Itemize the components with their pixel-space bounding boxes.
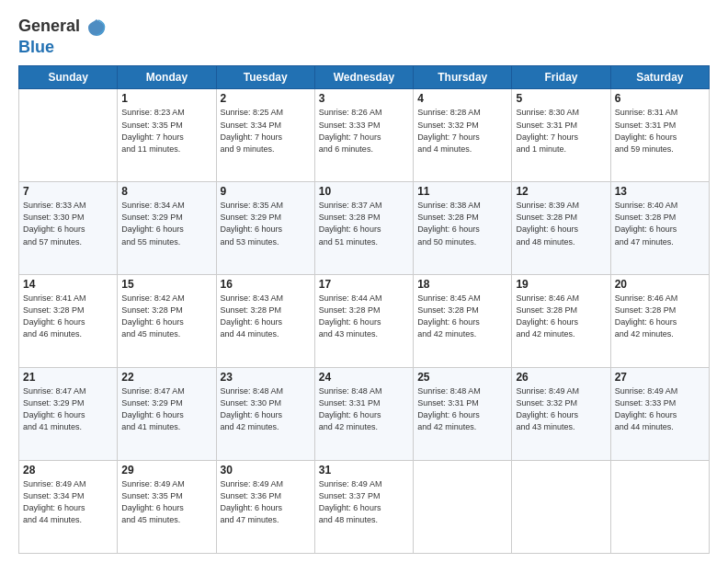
day-number: 4 — [417, 92, 507, 105]
day-number: 5 — [516, 92, 606, 105]
col-sunday: Sunday — [19, 66, 118, 89]
calendar-cell: 10Sunrise: 8:37 AMSunset: 3:28 PMDayligh… — [314, 182, 413, 275]
day-number: 3 — [319, 92, 409, 105]
calendar-cell: 11Sunrise: 8:38 AMSunset: 3:28 PMDayligh… — [414, 182, 512, 275]
day-number: 15 — [121, 278, 211, 291]
day-info: Sunrise: 8:26 AMSunset: 3:33 PMDaylight:… — [319, 107, 409, 155]
day-info: Sunrise: 8:44 AMSunset: 3:28 PMDaylight:… — [319, 293, 409, 340]
calendar-cell — [610, 461, 709, 554]
calendar-cell — [414, 461, 512, 554]
day-number: 8 — [121, 185, 211, 198]
day-info: Sunrise: 8:49 AMSunset: 3:35 PMDaylight:… — [121, 478, 211, 526]
day-info: Sunrise: 8:48 AMSunset: 3:31 PMDaylight:… — [417, 385, 507, 433]
calendar-cell: 14Sunrise: 8:41 AMSunset: 3:28 PMDayligh… — [19, 275, 118, 368]
day-info: Sunrise: 8:37 AMSunset: 3:28 PMDaylight:… — [319, 200, 409, 247]
day-number: 6 — [615, 92, 705, 105]
calendar-cell: 1Sunrise: 8:23 AMSunset: 3:35 PMDaylight… — [118, 89, 216, 182]
day-info: Sunrise: 8:40 AMSunset: 3:28 PMDaylight:… — [615, 200, 705, 247]
day-number: 22 — [121, 371, 211, 384]
calendar-cell: 6Sunrise: 8:31 AMSunset: 3:31 PMDaylight… — [610, 89, 709, 182]
calendar-week-row: 1Sunrise: 8:23 AMSunset: 3:35 PMDaylight… — [19, 89, 710, 182]
col-friday: Friday — [512, 66, 610, 89]
calendar-cell: 18Sunrise: 8:45 AMSunset: 3:28 PMDayligh… — [414, 275, 512, 368]
day-number: 23 — [221, 371, 311, 384]
day-info: Sunrise: 8:23 AMSunset: 3:35 PMDaylight:… — [121, 107, 211, 155]
calendar-cell: 30Sunrise: 8:49 AMSunset: 3:36 PMDayligh… — [216, 461, 314, 554]
calendar-cell: 5Sunrise: 8:30 AMSunset: 3:31 PMDaylight… — [512, 89, 610, 182]
day-info: Sunrise: 8:42 AMSunset: 3:28 PMDaylight:… — [121, 293, 211, 340]
calendar-cell: 25Sunrise: 8:48 AMSunset: 3:31 PMDayligh… — [414, 368, 512, 461]
day-number: 20 — [615, 278, 705, 291]
calendar-cell: 31Sunrise: 8:49 AMSunset: 3:37 PMDayligh… — [314, 461, 413, 554]
day-number: 14 — [23, 278, 113, 291]
day-number: 25 — [417, 371, 507, 384]
page: General Blue Sunday Monday Tuesday Wedne… — [0, 0, 728, 563]
day-number: 18 — [417, 278, 507, 291]
day-info: Sunrise: 8:45 AMSunset: 3:28 PMDaylight:… — [417, 293, 507, 340]
day-number: 9 — [221, 185, 311, 198]
day-info: Sunrise: 8:41 AMSunset: 3:28 PMDaylight:… — [23, 293, 113, 340]
calendar-cell: 12Sunrise: 8:39 AMSunset: 3:28 PMDayligh… — [512, 182, 610, 275]
day-number: 1 — [121, 92, 211, 105]
calendar-cell: 7Sunrise: 8:33 AMSunset: 3:30 PMDaylight… — [19, 182, 118, 275]
day-number: 16 — [221, 278, 311, 291]
header: General Blue — [18, 17, 710, 56]
calendar-cell: 9Sunrise: 8:35 AMSunset: 3:29 PMDaylight… — [216, 182, 314, 275]
col-wednesday: Wednesday — [314, 66, 413, 89]
day-number: 28 — [23, 464, 113, 477]
calendar-week-row: 7Sunrise: 8:33 AMSunset: 3:30 PMDaylight… — [19, 182, 710, 275]
day-info: Sunrise: 8:28 AMSunset: 3:32 PMDaylight:… — [417, 107, 507, 155]
day-number: 19 — [516, 278, 606, 291]
day-number: 30 — [221, 464, 311, 477]
day-number: 13 — [615, 185, 705, 198]
day-number: 12 — [516, 185, 606, 198]
calendar-cell: 3Sunrise: 8:26 AMSunset: 3:33 PMDaylight… — [314, 89, 413, 182]
calendar-cell: 29Sunrise: 8:49 AMSunset: 3:35 PMDayligh… — [118, 461, 216, 554]
logo-general: General — [18, 17, 80, 35]
day-number: 29 — [121, 464, 211, 477]
logo-wordmark: General Blue — [18, 17, 107, 56]
calendar-cell: 20Sunrise: 8:46 AMSunset: 3:28 PMDayligh… — [610, 275, 709, 368]
day-info: Sunrise: 8:47 AMSunset: 3:29 PMDaylight:… — [23, 385, 113, 433]
day-number: 2 — [221, 92, 311, 105]
day-info: Sunrise: 8:34 AMSunset: 3:29 PMDaylight:… — [121, 200, 211, 247]
col-monday: Monday — [118, 66, 216, 89]
day-number: 27 — [615, 371, 705, 384]
day-number: 24 — [319, 371, 409, 384]
day-number: 26 — [516, 371, 606, 384]
calendar-cell: 16Sunrise: 8:43 AMSunset: 3:28 PMDayligh… — [216, 275, 314, 368]
day-info: Sunrise: 8:49 AMSunset: 3:37 PMDaylight:… — [319, 478, 409, 526]
day-number: 11 — [417, 185, 507, 198]
logo: General Blue — [18, 17, 107, 56]
calendar-header-row: Sunday Monday Tuesday Wednesday Thursday… — [19, 66, 710, 89]
calendar-cell: 24Sunrise: 8:48 AMSunset: 3:31 PMDayligh… — [314, 368, 413, 461]
logo-blue: Blue — [18, 38, 54, 56]
day-info: Sunrise: 8:49 AMSunset: 3:34 PMDaylight:… — [23, 478, 113, 526]
calendar-cell — [19, 89, 118, 182]
day-info: Sunrise: 8:38 AMSunset: 3:28 PMDaylight:… — [417, 200, 507, 247]
calendar-cell: 23Sunrise: 8:48 AMSunset: 3:30 PMDayligh… — [216, 368, 314, 461]
calendar-cell: 28Sunrise: 8:49 AMSunset: 3:34 PMDayligh… — [19, 461, 118, 554]
calendar-cell — [512, 461, 610, 554]
calendar-week-row: 28Sunrise: 8:49 AMSunset: 3:34 PMDayligh… — [19, 461, 710, 554]
calendar-cell: 8Sunrise: 8:34 AMSunset: 3:29 PMDaylight… — [118, 182, 216, 275]
col-saturday: Saturday — [610, 66, 709, 89]
day-info: Sunrise: 8:35 AMSunset: 3:29 PMDaylight:… — [221, 200, 311, 247]
day-number: 7 — [23, 185, 113, 198]
calendar-week-row: 21Sunrise: 8:47 AMSunset: 3:29 PMDayligh… — [19, 368, 710, 461]
calendar-table: Sunday Monday Tuesday Wednesday Thursday… — [18, 65, 710, 554]
calendar-cell: 2Sunrise: 8:25 AMSunset: 3:34 PMDaylight… — [216, 89, 314, 182]
day-number: 31 — [319, 464, 409, 477]
day-info: Sunrise: 8:33 AMSunset: 3:30 PMDaylight:… — [23, 200, 113, 247]
calendar-week-row: 14Sunrise: 8:41 AMSunset: 3:28 PMDayligh… — [19, 275, 710, 368]
logo-bird-icon — [86, 17, 107, 38]
day-info: Sunrise: 8:48 AMSunset: 3:30 PMDaylight:… — [221, 385, 311, 433]
col-thursday: Thursday — [414, 66, 512, 89]
calendar-cell: 26Sunrise: 8:49 AMSunset: 3:32 PMDayligh… — [512, 368, 610, 461]
calendar-cell: 15Sunrise: 8:42 AMSunset: 3:28 PMDayligh… — [118, 275, 216, 368]
day-info: Sunrise: 8:43 AMSunset: 3:28 PMDaylight:… — [221, 293, 311, 340]
day-number: 10 — [319, 185, 409, 198]
day-info: Sunrise: 8:39 AMSunset: 3:28 PMDaylight:… — [516, 200, 606, 247]
day-info: Sunrise: 8:48 AMSunset: 3:31 PMDaylight:… — [319, 385, 409, 433]
day-info: Sunrise: 8:46 AMSunset: 3:28 PMDaylight:… — [615, 293, 705, 340]
